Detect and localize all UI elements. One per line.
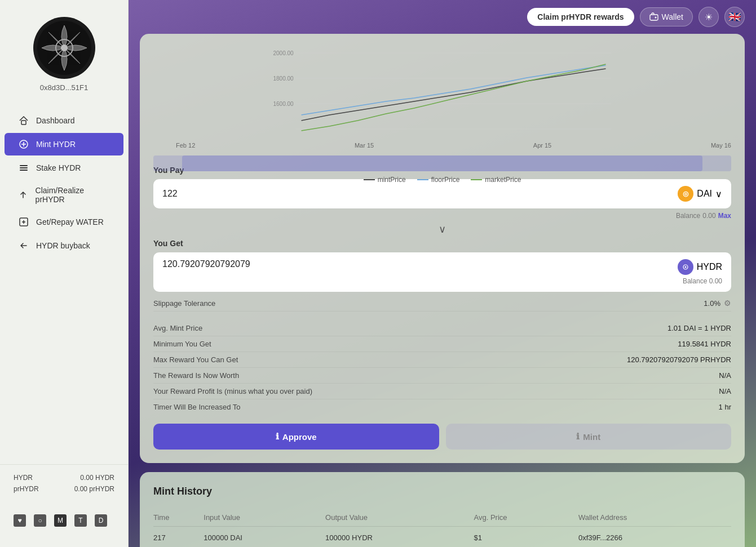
you-get-group: 120.79207920792079 HYDR Balance 0.00: [153, 252, 731, 292]
output-balance: Balance 0.00: [683, 277, 722, 285]
svg-text:2000.00: 2000.00: [273, 50, 294, 56]
info-key-4: Your Reward Profit Is (minus what you ov…: [153, 387, 312, 395]
sidebar-item-mint-label: Mint HYDR: [36, 140, 76, 149]
hydr-label: HYDR: [697, 262, 722, 272]
legend-floor-price: floorPrice: [417, 176, 460, 184]
info-icon-approve: ℹ: [276, 432, 279, 442]
pay-input[interactable]: [162, 189, 678, 199]
info-key-5: Timer Will Be Increased To: [153, 403, 241, 411]
balance-label: Balance: [676, 212, 700, 220]
sidebar-item-water-label: Get/Repay WATER: [36, 217, 104, 226]
sun-icon: ☀: [705, 12, 713, 23]
max-button[interactable]: Max: [718, 212, 731, 220]
pay-balance-row: Balance 0.00 Max: [153, 212, 731, 220]
claim-prhydr-button[interactable]: Claim prHYDR rewards: [527, 8, 634, 26]
x-label-1: Mar 15: [355, 142, 374, 149]
sidebar-item-stake-hydr[interactable]: Stake HYDR: [5, 157, 123, 179]
water-icon: [18, 216, 29, 228]
legend-market-price: marketPrice: [471, 176, 521, 184]
prhydr-label: prHYDR: [14, 485, 39, 493]
action-buttons: ℹ Approve ℹ Mint: [153, 424, 731, 450]
row0-output: 100000 HYDR: [325, 527, 474, 548]
info-val-0: 1.01 DAI = 1 HYDR: [667, 324, 731, 332]
sidebar-item-buyback-label: HYDR buyback: [36, 241, 90, 250]
prhydr-value: 0.00 prHYDR: [74, 485, 114, 493]
sidebar-nav: Dashboard Mint HYDR Stake HYDR Claim/Rea…: [0, 103, 128, 464]
balance-value: 0.00: [702, 212, 715, 220]
info-key-0: Avg. Mint Price: [153, 324, 202, 332]
info-key-3: The Reward Is Now Worth: [153, 371, 239, 380]
language-selector[interactable]: 🇬🇧: [724, 7, 745, 27]
legend-market-label: marketPrice: [485, 176, 521, 184]
swap-arrow: ∨: [153, 220, 731, 239]
heart-icon[interactable]: ♥: [14, 514, 26, 527]
output-right: HYDR Balance 0.00: [678, 259, 722, 285]
mint-card: 2000.00 1800.00 1600.00 Feb 12 Mar 15 Ap…: [140, 34, 745, 463]
info-row-5: Timer Will Be Increased To 1 hr: [153, 399, 731, 415]
info-val-2: 120.79207920792079 PRHYDR: [627, 355, 731, 364]
hydr-token-selector: HYDR: [678, 259, 722, 275]
sidebar-item-dashboard-label: Dashboard: [36, 116, 75, 125]
mint-history-card: Mint History Time Input Value Output Val…: [140, 472, 745, 547]
sidebar: 0x8d3D...51F1 Dashboard Mint HYDR Stake …: [0, 0, 129, 547]
market-price-line: [471, 179, 482, 180]
chart-svg: 2000.00 1800.00 1600.00: [153, 47, 731, 137]
info-row-2: Max Reward You Can Get 120.7920792079207…: [153, 352, 731, 368]
sidebar-item-stake-label: Stake HYDR: [36, 163, 81, 172]
svg-rect-7: [20, 170, 28, 171]
info-row-0: Avg. Mint Price 1.01 DAI = 1 HYDR: [153, 321, 731, 336]
chart-x-labels: Feb 12 Mar 15 Apr 15 May 16: [153, 140, 731, 151]
hydr-label: HYDR: [14, 474, 33, 482]
hydr-stat: HYDR 0.00 HYDR: [14, 474, 114, 482]
sidebar-item-water[interactable]: Get/Repay WATER: [5, 211, 123, 233]
dai-chevron: ∨: [715, 189, 722, 199]
slippage-value: 1.0%: [704, 299, 720, 308]
row0-address: 0xf39F...2266: [578, 527, 731, 548]
legend-mint-label: mintPrice: [378, 176, 406, 184]
legend-floor-label: floorPrice: [431, 176, 460, 184]
discord-icon[interactable]: ○: [34, 514, 46, 527]
sidebar-item-buyback[interactable]: HYDR buyback: [5, 234, 123, 257]
svg-rect-3: [21, 121, 26, 124]
svg-point-20: [684, 266, 686, 268]
you-get-label: You Get: [153, 239, 731, 248]
twitter-icon[interactable]: T: [74, 514, 87, 527]
gear-icon[interactable]: ⚙: [724, 299, 731, 308]
info-val-4: N/A: [719, 387, 731, 395]
sidebar-item-dashboard[interactable]: Dashboard: [5, 109, 123, 132]
claim-icon: [18, 189, 29, 201]
logo-icon: [33, 17, 95, 79]
svg-rect-9: [650, 15, 658, 20]
row0-price: $1: [474, 527, 578, 548]
header: Claim prHYDR rewards Wallet ☀ 🇬🇧: [129, 0, 756, 34]
info-key-1: Minimum You Get: [153, 340, 211, 348]
info-row-3: The Reward Is Now Worth N/A: [153, 368, 731, 384]
approve-button[interactable]: ℹ Approve: [153, 424, 439, 450]
x-label-0: Feb 12: [176, 142, 195, 149]
hydr-icon: [678, 259, 693, 275]
dai-label: DAI: [697, 189, 712, 199]
info-row-4: Your Reward Profit Is (minus what you ov…: [153, 384, 731, 399]
history-row-0: 217 100000 DAI 100000 HYDR $1 0xf39F...2…: [153, 527, 731, 548]
medium-icon[interactable]: M: [54, 514, 67, 527]
mint-button[interactable]: ℹ Mint: [446, 424, 732, 450]
history-header-row: Time Input Value Output Value Avg. Price…: [153, 509, 731, 527]
history-table: Time Input Value Output Value Avg. Price…: [153, 509, 731, 547]
sidebar-item-mint-hydr[interactable]: Mint HYDR: [5, 133, 123, 155]
stake-icon: [18, 162, 29, 174]
wallet-button[interactable]: Wallet: [640, 7, 693, 26]
history-table-body: 217 100000 DAI 100000 HYDR $1 0xf39F...2…: [153, 527, 731, 548]
chart-legend: mintPrice floorPrice marketPrice: [153, 176, 731, 184]
dashboard-icon: [18, 115, 29, 126]
theme-toggle[interactable]: ☀: [698, 7, 719, 27]
approve-label: Approve: [282, 432, 317, 442]
chart-range-slider[interactable]: [153, 155, 731, 171]
svg-point-10: [655, 17, 656, 19]
github-icon[interactable]: D: [95, 514, 107, 527]
slippage-row: Slippage Tolerance 1.0% ⚙: [153, 295, 731, 312]
sidebar-logo: 0x8d3D...51F1: [0, 11, 128, 103]
info-val-1: 119.5841 HYDR: [678, 340, 731, 348]
dai-token-selector[interactable]: ◎ DAI ∨: [678, 186, 722, 202]
content-area: 2000.00 1800.00 1600.00 Feb 12 Mar 15 Ap…: [129, 34, 756, 547]
sidebar-item-claim[interactable]: Claim/Realize prHYDR: [5, 180, 123, 210]
